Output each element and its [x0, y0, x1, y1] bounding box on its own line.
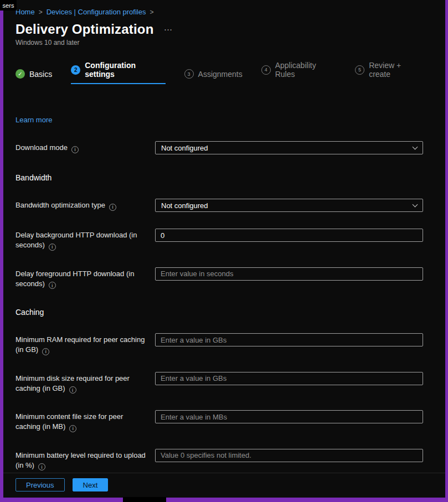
field-label: Minimum battery level required to upload…: [16, 449, 155, 471]
info-icon[interactable]: i: [49, 244, 56, 251]
learn-more-link[interactable]: Learn more: [16, 116, 52, 124]
section-heading-caching: Caching: [16, 308, 423, 317]
breadcrumb: Home > Devices | Configuration profiles …: [16, 0, 423, 16]
info-icon[interactable]: i: [69, 386, 76, 394]
chevron-down-icon: [413, 144, 418, 149]
info-icon[interactable]: i: [49, 282, 56, 289]
field-label-text: Bandwidth optimization type: [16, 201, 105, 209]
step-assignments[interactable]: 3 Assignments: [184, 69, 243, 84]
breadcrumb-devices-configuration-profiles[interactable]: Devices | Configuration profiles: [47, 8, 146, 16]
wizard-steps: ✓ Basics 2 Configuration settings 3 Assi…: [16, 61, 423, 85]
info-icon[interactable]: i: [38, 463, 45, 470]
breadcrumb-separator-icon: >: [39, 8, 43, 16]
more-menu-button[interactable]: …: [164, 23, 174, 36]
form-row-min-battery: Minimum battery level required to upload…: [16, 449, 423, 471]
field-label-text: Download mode: [16, 143, 68, 152]
step-label: Applicability Rules: [275, 61, 336, 79]
step-number-badge: 5: [355, 65, 364, 75]
info-icon[interactable]: i: [69, 425, 76, 432]
breadcrumb-home[interactable]: Home: [16, 8, 35, 16]
field-label-text: Delay foreground HTTP download (in secon…: [16, 270, 134, 288]
previous-button[interactable]: Previous: [16, 478, 65, 491]
info-icon[interactable]: i: [109, 204, 116, 211]
step-label: Review + create: [369, 61, 423, 79]
form-row-delay-foreground: Delay foreground HTTP download (in secon…: [16, 267, 423, 289]
field-label: Delay foreground HTTP download (in secon…: [16, 267, 155, 289]
field-label: Minimum content file size for peer cachi…: [16, 410, 155, 432]
step-applicability-rules[interactable]: 4 Applicability Rules: [261, 61, 336, 84]
info-icon[interactable]: i: [42, 348, 49, 355]
clipped-bottom-element: [123, 497, 166, 502]
configuration-profile-page: Home > Devices | Configuration profiles …: [3, 0, 445, 498]
info-icon[interactable]: i: [71, 146, 79, 153]
app-frame: sers Home > Devices | Configuration prof…: [0, 0, 448, 502]
bandwidth-optimization-type-select[interactable]: Not configured: [155, 199, 423, 212]
delay-foreground-input[interactable]: [155, 267, 423, 281]
step-basics[interactable]: ✓ Basics: [16, 69, 52, 84]
step-number-badge: 3: [184, 69, 194, 79]
platform-subtitle: Windows 10 and later: [16, 39, 423, 46]
step-label: Basics: [29, 70, 52, 79]
breadcrumb-separator-icon: >: [150, 8, 153, 16]
next-button[interactable]: Next: [73, 478, 109, 491]
form-row-delay-background: Delay background HTTP download (in secon…: [16, 229, 423, 251]
check-icon: ✓: [16, 69, 25, 79]
form-row-min-ram: Minimum RAM required for peer caching (i…: [16, 333, 423, 355]
min-disk-input[interactable]: [155, 372, 423, 385]
select-value: Not configured: [161, 201, 208, 210]
form-row-min-disk: Minimum disk size required for peer cach…: [16, 372, 423, 394]
field-label: Download modei: [16, 141, 155, 153]
field-label-text: Minimum RAM required for peer caching (i…: [16, 335, 145, 354]
select-value: Not configured: [161, 144, 208, 152]
section-heading-bandwidth: Bandwidth: [16, 173, 423, 182]
chevron-down-icon: [413, 201, 418, 207]
step-review-create[interactable]: 5 Review + create: [355, 61, 423, 84]
field-label: Bandwidth optimization typei: [16, 199, 155, 211]
field-label: Minimum disk size required for peer cach…: [16, 372, 155, 394]
wizard-footer: Previous Next: [3, 473, 445, 498]
download-mode-select[interactable]: Not configured: [155, 141, 423, 154]
form-row-min-content-size: Minimum content file size for peer cachi…: [16, 410, 423, 432]
min-battery-input[interactable]: [155, 449, 423, 462]
field-label-text: Minimum battery level required to upload…: [16, 451, 146, 469]
delay-background-input[interactable]: [155, 229, 423, 242]
field-label-text: Delay background HTTP download (in secon…: [16, 231, 137, 249]
step-configuration-settings[interactable]: 2 Configuration settings: [71, 61, 165, 84]
clipped-users-label: sers: [0, 0, 17, 11]
min-ram-input[interactable]: [155, 333, 423, 346]
page-title: Delivery Optimization: [16, 22, 154, 37]
form-row-download-mode: Download modei Not configured: [16, 141, 423, 154]
step-number-badge: 4: [261, 65, 271, 75]
step-label: Configuration settings: [85, 61, 165, 79]
field-label: Delay background HTTP download (in secon…: [16, 229, 155, 251]
step-number-badge: 2: [71, 65, 80, 75]
min-content-size-input[interactable]: [155, 410, 423, 423]
step-label: Assignments: [198, 70, 243, 79]
field-label: Minimum RAM required for peer caching (i…: [16, 333, 155, 355]
form-row-bandwidth-optimization-type: Bandwidth optimization typei Not configu…: [16, 199, 423, 212]
